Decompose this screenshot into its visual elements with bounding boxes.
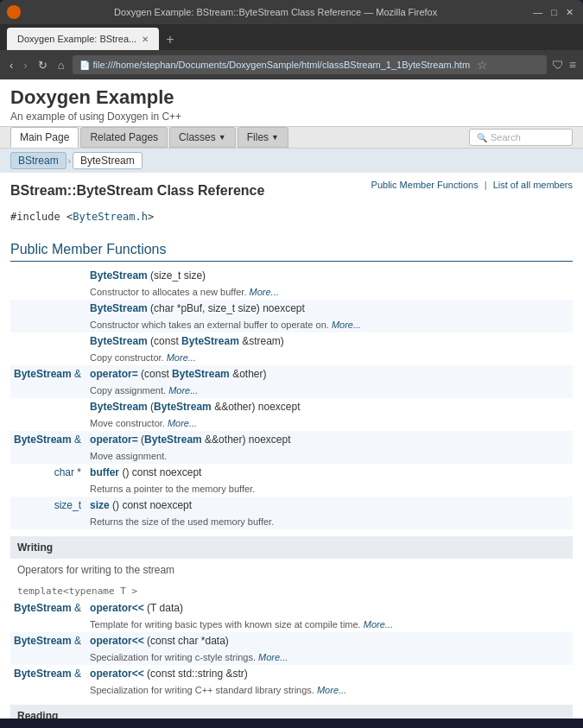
member-type-link2[interactable]: ByteStream	[144, 434, 202, 446]
nav-related-pages[interactable]: Related Pages	[80, 127, 168, 148]
url-bar[interactable]: 📄 file:///home/stephan/Documents/Doxygen…	[73, 55, 547, 74]
member-desc: Constructor to allocates a new buffer. M…	[86, 284, 573, 300]
reading-subsection-header: Reading	[10, 705, 573, 719]
back-button[interactable]: ‹	[7, 57, 16, 73]
writing-subsection-header: Writing	[10, 536, 573, 559]
close-button[interactable]: ✕	[563, 7, 576, 18]
nav-classes-label: Classes	[179, 131, 216, 143]
member-type-link[interactable]: ByteStream	[14, 434, 72, 446]
reload-button[interactable]: ↻	[35, 57, 50, 73]
member-desc: Returns a pointer to the memory buffer.	[86, 481, 573, 497]
member-type-link[interactable]: ByteStream	[14, 368, 72, 380]
member-type-empty	[10, 514, 86, 529]
member-link[interactable]: ByteStream	[90, 335, 148, 347]
member-desc: Copy assignment. More...	[86, 383, 573, 398]
member-link[interactable]: size	[90, 499, 110, 511]
member-desc: Move assignment.	[86, 448, 573, 464]
bookmark-star-icon[interactable]: ☆	[477, 58, 488, 72]
table-row: Move constructor. More...	[10, 415, 573, 431]
tab-label: Doxygen Example: BStrea...	[17, 34, 136, 44]
member-params: (size_t size)	[150, 269, 206, 282]
minimize-button[interactable]: —	[530, 7, 545, 18]
more-link[interactable]: More...	[168, 385, 198, 396]
member-type-link[interactable]: ByteStream	[14, 602, 72, 614]
table-row: template<typename T >	[10, 579, 573, 599]
member-params: (char *pBuf, size_t size) noexcept	[150, 302, 305, 314]
breadcrumb-bstream[interactable]: BStream	[10, 152, 67, 169]
table-row: Returns the size of the used memory buff…	[10, 514, 573, 529]
member-name: buffer () const noexcept	[86, 464, 573, 481]
member-link[interactable]: operator=	[90, 434, 138, 446]
breadcrumb-sep: ›	[68, 156, 71, 166]
tab-close-button[interactable]: ✕	[142, 35, 149, 44]
member-type: size_t	[10, 497, 86, 514]
nav-classes[interactable]: Classes ▼	[169, 127, 236, 148]
maximize-button[interactable]: □	[548, 7, 560, 18]
member-type-empty	[10, 350, 86, 365]
more-link[interactable]: More...	[167, 352, 196, 363]
more-link[interactable]: More...	[250, 287, 279, 297]
window-controls[interactable]: — □ ✕	[530, 7, 576, 18]
doxygen-header: Doxygen Example An example of using Doxy…	[0, 79, 583, 127]
writing-label: Writing	[17, 541, 53, 554]
quick-link-all-members[interactable]: List of all members	[493, 180, 573, 190]
member-link[interactable]: operator<<	[90, 635, 144, 647]
menu-button[interactable]: ≡	[569, 58, 576, 72]
table-row: ByteStream & operator= (ByteStream &&oth…	[10, 431, 573, 448]
home-button[interactable]: ⌂	[55, 57, 67, 73]
member-type: ByteStream &	[10, 431, 86, 448]
members-table: ByteStream (size_t size) Constructor to …	[10, 267, 573, 529]
member-link[interactable]: ByteStream	[90, 401, 148, 413]
more-link[interactable]: More...	[258, 652, 288, 662]
member-link[interactable]: ByteStream	[90, 269, 148, 282]
quick-links-sep: |	[485, 180, 490, 190]
nav-main-page[interactable]: Main Page	[10, 127, 79, 148]
member-link[interactable]: buffer	[90, 466, 119, 478]
more-link[interactable]: More...	[364, 619, 393, 630]
member-link[interactable]: ByteStream	[90, 302, 148, 314]
table-row: ByteStream (const ByteStream &stream)	[10, 332, 573, 350]
member-link[interactable]: operator=	[90, 368, 138, 380]
member-type	[10, 267, 86, 284]
quick-link-public-members[interactable]: Public Member Functions	[371, 180, 478, 190]
more-link[interactable]: More...	[332, 320, 361, 330]
search-box[interactable]: 🔍 Search	[469, 129, 573, 146]
member-params: () const noexcept	[122, 466, 201, 478]
forward-button[interactable]: ›	[21, 57, 29, 73]
more-link[interactable]: More...	[317, 685, 346, 695]
new-tab-button[interactable]: +	[159, 29, 181, 50]
member-type-empty	[10, 317, 86, 332]
nav-files[interactable]: Files ▼	[238, 127, 288, 148]
member-params: (const std::string &str)	[147, 668, 248, 680]
member-type-link[interactable]: ByteStream	[154, 401, 212, 413]
table-row: ByteStream & operator<< (const char *dat…	[10, 632, 573, 649]
member-link[interactable]: operator<<	[90, 602, 144, 614]
member-link[interactable]: operator<<	[90, 668, 144, 680]
member-type-link[interactable]: ByteStream	[181, 335, 239, 347]
member-type: char *	[10, 464, 86, 481]
template-line: template<typename T >	[14, 582, 569, 597]
table-row: ByteStream & operator<< (T data)	[10, 599, 573, 617]
site-title: Doxygen Example	[10, 86, 573, 109]
member-name: operator<< (const std::string &str)	[86, 665, 573, 682]
member-name: operator<< (const char *data)	[86, 632, 573, 649]
table-row: Move assignment.	[10, 448, 573, 464]
include-link[interactable]: ByteStream.h	[73, 211, 148, 223]
member-params: () const noexcept	[112, 499, 192, 511]
member-type-link[interactable]: ByteStream	[14, 635, 72, 647]
breadcrumb-bytestream[interactable]: ByteStream	[73, 152, 143, 169]
browser-tab[interactable]: Doxygen Example: BStrea... ✕	[7, 28, 159, 50]
member-name: ByteStream (ByteStream &&other) noexcept	[86, 398, 573, 415]
more-link[interactable]: More...	[168, 418, 197, 428]
member-desc: Move constructor. More...	[86, 415, 573, 431]
member-params-2: &&other) noexcept	[212, 401, 301, 413]
member-type-link[interactable]: ByteStream	[14, 668, 72, 680]
table-row: size_t size () const noexcept	[10, 497, 573, 514]
table-row: ByteStream (char *pBuf, size_t size) noe…	[10, 300, 573, 317]
shield-icon[interactable]: 🛡	[552, 58, 564, 72]
member-type-empty	[10, 682, 86, 698]
classes-dropdown-icon: ▼	[219, 133, 226, 142]
member-type-link2[interactable]: ByteStream	[172, 368, 230, 380]
table-row: Constructor which takes an external buff…	[10, 317, 573, 332]
member-type	[10, 332, 86, 350]
